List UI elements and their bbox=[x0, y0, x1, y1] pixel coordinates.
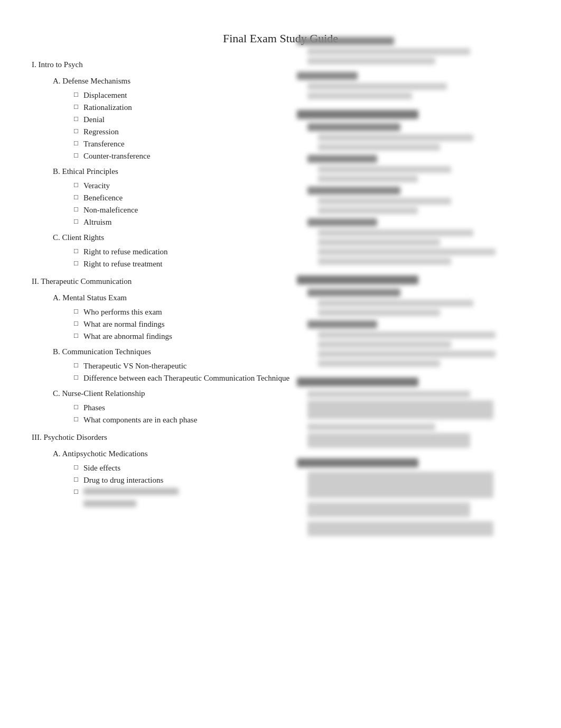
bullet-icon: □ bbox=[74, 181, 80, 189]
list-item: □Right to refuse treatment bbox=[74, 259, 317, 270]
subsection-2a-label: A. Mental Status Exam bbox=[53, 293, 317, 302]
bullet-icon: □ bbox=[74, 115, 80, 123]
subsection-c-label: C. Client Rights bbox=[53, 233, 317, 242]
page-container: Final Exam Study Guide I. Intro to Psych… bbox=[32, 32, 529, 513]
bullet-icon: □ bbox=[74, 475, 80, 484]
bullet-icon: □ bbox=[74, 139, 80, 148]
bullet-icon: □ bbox=[74, 403, 80, 411]
item-blurred-3 bbox=[83, 487, 317, 510]
mental-status-items: □Who performs this exam □What are normal… bbox=[74, 307, 317, 342]
list-item: □Displacement bbox=[74, 90, 317, 101]
outline: I. Intro to Psych A. Defense Mechanisms … bbox=[32, 60, 317, 510]
nurse-client-items: □Phases □What components are in each pha… bbox=[74, 402, 317, 426]
list-item: □Drug to drug interactions bbox=[74, 475, 317, 486]
subsection-defense: A. Defense Mechanisms □Displacement □Rat… bbox=[53, 77, 317, 162]
blurred-block-1 bbox=[297, 37, 540, 64]
item-therapeutic-vs: Therapeutic VS Non-therapeutic bbox=[83, 361, 317, 372]
blurred-block-5 bbox=[297, 377, 540, 448]
list-item: □Who performs this exam bbox=[74, 307, 317, 318]
subsection-a-label: A. Defense Mechanisms bbox=[53, 77, 317, 86]
list-item: □Regression bbox=[74, 126, 317, 137]
item-phases: Phases bbox=[83, 402, 317, 413]
subsection-antipsychotic: A. Antipsychotic Medications □Side effec… bbox=[53, 449, 317, 510]
item-displacement: Displacement bbox=[83, 90, 317, 101]
blurred-block-4 bbox=[297, 275, 540, 367]
item-components: What components are in each phase bbox=[83, 414, 317, 426]
subsection-mental-status: A. Mental Status Exam □Who performs this… bbox=[53, 293, 317, 342]
left-column: I. Intro to Psych A. Defense Mechanisms … bbox=[32, 60, 317, 513]
list-item: □Side effects bbox=[74, 463, 317, 474]
section-2-subsections: A. Mental Status Exam □Who performs this… bbox=[53, 293, 317, 426]
section-therapeutic-comm: II. Therapeutic Communication A. Mental … bbox=[32, 277, 317, 426]
list-item: □What are normal findings bbox=[74, 319, 317, 330]
defense-items: □Displacement □Rationalization □Denial □… bbox=[74, 90, 317, 162]
section-intro-psych: I. Intro to Psych A. Defense Mechanisms … bbox=[32, 60, 317, 270]
item-difference-between: Difference between each Therapeutic Comm… bbox=[83, 373, 317, 384]
section-1-subsections: A. Defense Mechanisms □Displacement □Rat… bbox=[53, 77, 317, 270]
list-item: □Non-maleficence bbox=[74, 205, 317, 216]
item-abnormal-findings: What are abnormal findings bbox=[83, 331, 317, 342]
list-item: □Counter-transference bbox=[74, 151, 317, 162]
subsection-3a-label: A. Antipsychotic Medications bbox=[53, 449, 317, 458]
blurred-block-3 bbox=[297, 110, 540, 265]
section-3-subsections: A. Antipsychotic Medications □Side effec… bbox=[53, 449, 317, 510]
list-item: □What components are in each phase bbox=[74, 414, 317, 426]
bullet-icon: □ bbox=[74, 307, 80, 316]
item-refuse-treatment: Right to refuse treatment bbox=[83, 259, 317, 270]
bullet-icon: □ bbox=[74, 151, 80, 160]
item-counter-transference: Counter-transference bbox=[83, 151, 317, 162]
list-item: □Altruism bbox=[74, 217, 317, 228]
item-side-effects: Side effects bbox=[83, 463, 317, 474]
bullet-icon: □ bbox=[74, 463, 80, 472]
item-transference: Transference bbox=[83, 139, 317, 150]
item-rationalization: Rationalization bbox=[83, 102, 317, 113]
list-item: □Therapeutic VS Non-therapeutic bbox=[74, 361, 317, 372]
blurred-block-2 bbox=[297, 72, 540, 99]
bullet-icon: □ bbox=[74, 90, 80, 99]
item-denial: Denial bbox=[83, 114, 317, 125]
item-normal-findings: What are normal findings bbox=[83, 319, 317, 330]
subsection-2c-label: C. Nurse-Client Relationship bbox=[53, 389, 317, 398]
item-who-performs: Who performs this exam bbox=[83, 307, 317, 318]
subsection-nurse-client: C. Nurse-Client Relationship □Phases □Wh… bbox=[53, 389, 317, 426]
item-altruism: Altruism bbox=[83, 217, 317, 228]
list-item: □Beneficence bbox=[74, 192, 317, 204]
bullet-icon: □ bbox=[74, 103, 80, 111]
list-item: □Denial bbox=[74, 114, 317, 125]
bullet-icon: □ bbox=[74, 415, 80, 423]
item-refuse-medication: Right to refuse medication bbox=[83, 246, 317, 257]
list-item: □Transference bbox=[74, 139, 317, 150]
antipsychotic-items: □Side effects □Drug to drug interactions… bbox=[74, 463, 317, 510]
item-regression: Regression bbox=[83, 126, 317, 137]
subsection-2b-label: B. Communication Techniques bbox=[53, 347, 317, 356]
subsection-comm-techniques: B. Communication Techniques □Therapeutic… bbox=[53, 347, 317, 384]
list-item: □ bbox=[74, 487, 317, 510]
list-item: □Phases bbox=[74, 402, 317, 413]
list-item: □Right to refuse medication bbox=[74, 246, 317, 257]
list-item: □What are abnormal findings bbox=[74, 331, 317, 342]
item-beneficence: Beneficence bbox=[83, 192, 317, 204]
comm-technique-items: □Therapeutic VS Non-therapeutic □Differe… bbox=[74, 361, 317, 384]
bullet-icon: □ bbox=[74, 259, 80, 268]
bullet-icon: □ bbox=[74, 373, 80, 382]
bullet-icon: □ bbox=[74, 331, 80, 340]
item-veracity: Veracity bbox=[83, 180, 317, 191]
item-drug-interactions: Drug to drug interactions bbox=[83, 475, 317, 486]
section-psychotic: III. Psychotic Disorders A. Antipsychoti… bbox=[32, 433, 317, 510]
list-item: □Difference between each Therapeutic Com… bbox=[74, 373, 317, 384]
ethical-items: □Veracity □Beneficence □Non-maleficence … bbox=[74, 180, 317, 228]
section-2-label: II. Therapeutic Communication bbox=[32, 277, 317, 286]
subsection-client-rights: C. Client Rights □Right to refuse medica… bbox=[53, 233, 317, 270]
bullet-icon: □ bbox=[74, 319, 80, 328]
bullet-icon: □ bbox=[74, 247, 80, 255]
right-column bbox=[297, 32, 540, 543]
section-3-label: III. Psychotic Disorders bbox=[32, 433, 317, 442]
rights-items: □Right to refuse medication □Right to re… bbox=[74, 246, 317, 270]
bullet-icon: □ bbox=[74, 217, 80, 226]
list-item: □Rationalization bbox=[74, 102, 317, 113]
bullet-icon: □ bbox=[74, 193, 80, 201]
bullet-icon: □ bbox=[74, 127, 80, 135]
bullet-icon: □ bbox=[74, 487, 80, 496]
list-item: □Veracity bbox=[74, 180, 317, 191]
section-1-label: I. Intro to Psych bbox=[32, 60, 317, 69]
